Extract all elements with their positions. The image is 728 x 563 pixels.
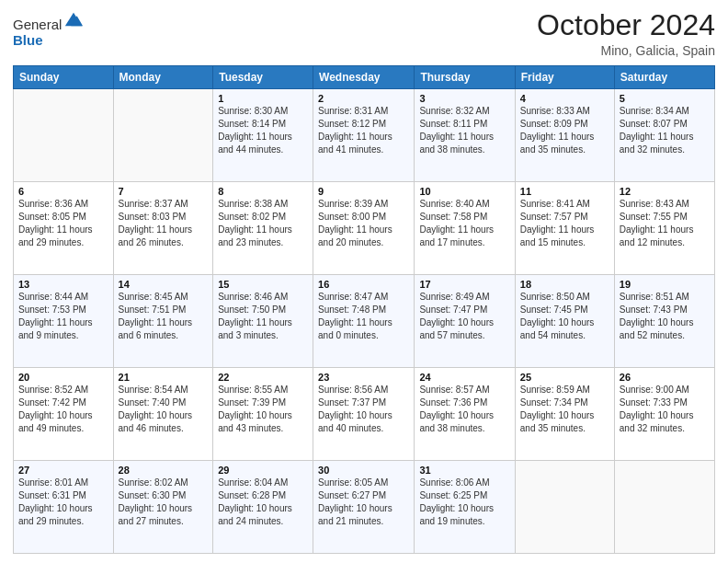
day-info: Sunrise: 8:50 AM Sunset: 7:45 PM Dayligh… [520,291,609,342]
day-number: 27 [18,465,108,476]
day-info: Sunrise: 8:59 AM Sunset: 7:34 PM Dayligh… [520,384,609,435]
day-number: 11 [520,186,609,197]
page: General Blue October 2024 Mino, Galicia,… [0,0,728,563]
day-info: Sunrise: 8:37 AM Sunset: 8:03 PM Dayligh… [119,198,209,249]
col-thursday: Thursday [415,66,515,89]
day-number: 25 [520,372,609,383]
day-number: 31 [419,465,509,476]
day-number: 21 [119,372,209,383]
table-cell: 25Sunrise: 8:59 AM Sunset: 7:34 PM Dayli… [515,368,614,461]
day-info: Sunrise: 8:55 AM Sunset: 7:39 PM Dayligh… [218,384,308,435]
day-number: 8 [218,186,308,197]
day-info: Sunrise: 8:57 AM Sunset: 7:36 PM Dayligh… [419,384,509,435]
col-saturday: Saturday [614,66,714,89]
day-info: Sunrise: 8:45 AM Sunset: 7:51 PM Dayligh… [119,291,209,342]
table-cell: 19Sunrise: 8:51 AM Sunset: 7:43 PM Dayli… [614,275,714,368]
col-sunday: Sunday [14,66,114,89]
day-number: 13 [18,279,108,290]
col-wednesday: Wednesday [313,66,415,89]
title-block: October 2024 Mino, Galicia, Spain [537,9,715,58]
day-info: Sunrise: 8:31 AM Sunset: 8:12 PM Dayligh… [318,105,409,156]
day-number: 19 [620,279,710,290]
day-number: 6 [18,186,108,197]
table-cell [14,89,114,182]
day-info: Sunrise: 8:06 AM Sunset: 6:25 PM Dayligh… [419,477,509,528]
day-number: 4 [520,93,609,104]
table-cell [113,89,213,182]
table-cell: 4Sunrise: 8:33 AM Sunset: 8:09 PM Daylig… [515,89,614,182]
table-cell: 13Sunrise: 8:44 AM Sunset: 7:53 PM Dayli… [14,275,114,368]
col-monday: Monday [113,66,213,89]
day-info: Sunrise: 8:51 AM Sunset: 7:43 PM Dayligh… [620,291,710,342]
table-cell: 20Sunrise: 8:52 AM Sunset: 7:42 PM Dayli… [14,368,114,461]
day-number: 16 [318,279,409,290]
day-number: 7 [119,186,209,197]
day-info: Sunrise: 8:52 AM Sunset: 7:42 PM Dayligh… [18,384,108,435]
day-number: 12 [620,186,710,197]
table-cell: 14Sunrise: 8:45 AM Sunset: 7:51 PM Dayli… [113,275,213,368]
day-number: 29 [218,465,308,476]
day-number: 5 [620,93,710,104]
table-cell: 5Sunrise: 8:34 AM Sunset: 8:07 PM Daylig… [614,89,714,182]
table-cell: 10Sunrise: 8:40 AM Sunset: 7:58 PM Dayli… [415,182,515,275]
day-info: Sunrise: 8:46 AM Sunset: 7:50 PM Dayligh… [218,291,308,342]
table-cell: 6Sunrise: 8:36 AM Sunset: 8:05 PM Daylig… [14,182,114,275]
col-friday: Friday [515,66,614,89]
calendar-table: Sunday Monday Tuesday Wednesday Thursday… [13,65,715,554]
table-cell: 17Sunrise: 8:49 AM Sunset: 7:47 PM Dayli… [415,275,515,368]
table-cell: 22Sunrise: 8:55 AM Sunset: 7:39 PM Dayli… [213,368,313,461]
table-cell: 1Sunrise: 8:30 AM Sunset: 8:14 PM Daylig… [213,89,313,182]
month-title: October 2024 [537,9,715,41]
day-info: Sunrise: 8:05 AM Sunset: 6:27 PM Dayligh… [318,477,409,528]
day-info: Sunrise: 8:34 AM Sunset: 8:07 PM Dayligh… [620,105,710,156]
day-info: Sunrise: 8:04 AM Sunset: 6:28 PM Dayligh… [218,477,308,528]
day-number: 26 [620,372,710,383]
logo: General Blue [13,9,84,48]
day-info: Sunrise: 9:00 AM Sunset: 7:33 PM Dayligh… [620,384,710,435]
header: General Blue October 2024 Mino, Galicia,… [13,9,715,58]
day-number: 28 [119,465,209,476]
day-number: 9 [318,186,409,197]
table-cell: 8Sunrise: 8:38 AM Sunset: 8:02 PM Daylig… [213,182,313,275]
day-number: 1 [218,93,308,104]
day-number: 2 [318,93,409,104]
day-number: 17 [419,279,509,290]
table-cell [614,461,714,554]
day-number: 18 [520,279,609,290]
day-number: 30 [318,465,409,476]
day-info: Sunrise: 8:02 AM Sunset: 6:30 PM Dayligh… [119,477,209,528]
table-cell: 23Sunrise: 8:56 AM Sunset: 7:37 PM Dayli… [313,368,415,461]
table-cell: 26Sunrise: 9:00 AM Sunset: 7:33 PM Dayli… [614,368,714,461]
logo-icon [63,9,84,29]
day-number: 24 [419,372,509,383]
day-info: Sunrise: 8:32 AM Sunset: 8:11 PM Dayligh… [419,105,509,156]
day-info: Sunrise: 8:39 AM Sunset: 8:00 PM Dayligh… [318,198,409,249]
table-cell: 3Sunrise: 8:32 AM Sunset: 8:11 PM Daylig… [415,89,515,182]
day-info: Sunrise: 8:40 AM Sunset: 7:58 PM Dayligh… [419,198,509,249]
day-number: 23 [318,372,409,383]
day-number: 14 [119,279,209,290]
day-info: Sunrise: 8:47 AM Sunset: 7:48 PM Dayligh… [318,291,409,342]
day-info: Sunrise: 8:49 AM Sunset: 7:47 PM Dayligh… [419,291,509,342]
logo-general-text: General [13,17,62,32]
table-cell: 7Sunrise: 8:37 AM Sunset: 8:03 PM Daylig… [113,182,213,275]
day-info: Sunrise: 8:43 AM Sunset: 7:55 PM Dayligh… [620,198,710,249]
table-cell: 16Sunrise: 8:47 AM Sunset: 7:48 PM Dayli… [313,275,415,368]
day-number: 22 [218,372,308,383]
day-number: 3 [419,93,509,104]
day-number: 10 [419,186,509,197]
logo-blue-text: Blue [13,32,43,48]
day-info: Sunrise: 8:36 AM Sunset: 8:05 PM Dayligh… [18,198,108,249]
table-cell: 15Sunrise: 8:46 AM Sunset: 7:50 PM Dayli… [213,275,313,368]
table-cell: 2Sunrise: 8:31 AM Sunset: 8:12 PM Daylig… [313,89,415,182]
day-info: Sunrise: 8:41 AM Sunset: 7:57 PM Dayligh… [520,198,609,249]
day-info: Sunrise: 8:44 AM Sunset: 7:53 PM Dayligh… [18,291,108,342]
table-cell: 29Sunrise: 8:04 AM Sunset: 6:28 PM Dayli… [213,461,313,554]
day-info: Sunrise: 8:30 AM Sunset: 8:14 PM Dayligh… [218,105,308,156]
table-cell: 21Sunrise: 8:54 AM Sunset: 7:40 PM Dayli… [113,368,213,461]
table-cell: 11Sunrise: 8:41 AM Sunset: 7:57 PM Dayli… [515,182,614,275]
table-cell: 30Sunrise: 8:05 AM Sunset: 6:27 PM Dayli… [313,461,415,554]
table-cell: 28Sunrise: 8:02 AM Sunset: 6:30 PM Dayli… [113,461,213,554]
table-cell: 18Sunrise: 8:50 AM Sunset: 7:45 PM Dayli… [515,275,614,368]
day-number: 15 [218,279,308,290]
